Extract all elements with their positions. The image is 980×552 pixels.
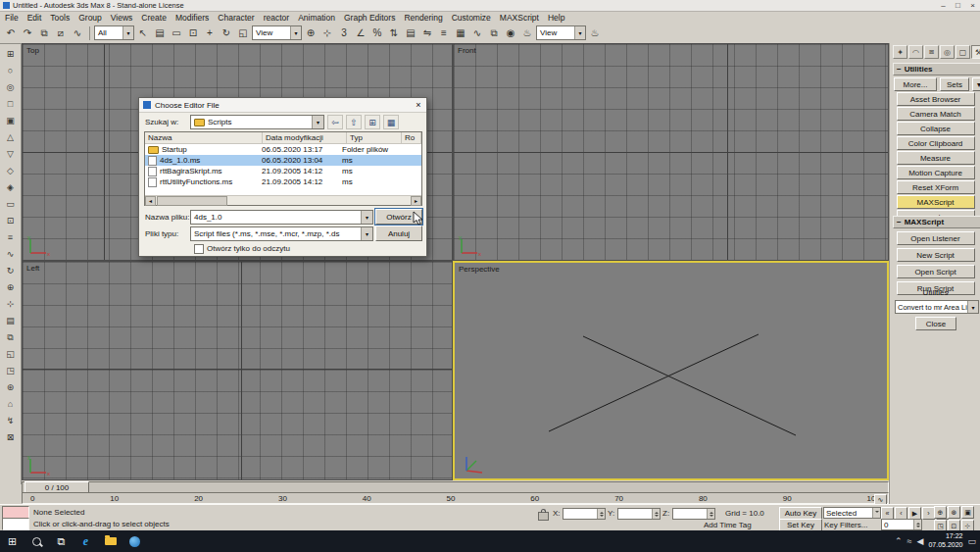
mirror-icon[interactable]: ⇋ xyxy=(419,25,435,41)
more-button[interactable]: More... xyxy=(894,77,937,91)
volume-icon[interactable]: ◀ xyxy=(917,536,924,546)
left-toolbar-icon[interactable]: ⧉ xyxy=(3,330,18,344)
select-object-icon[interactable]: ↖ xyxy=(135,25,151,41)
render-type-dropdown[interactable]: View ▾ xyxy=(536,25,586,40)
hidden-icons-chevron[interactable]: ⌃ xyxy=(895,536,903,546)
viewport-perspective[interactable]: Perspective xyxy=(453,261,889,480)
menu-modifiers[interactable]: Modifiers xyxy=(175,13,209,23)
file-name-input[interactable]: 4ds_1.0 ▾ xyxy=(190,210,373,225)
maxscript-rollout-header[interactable]: − MAXScript xyxy=(893,216,980,228)
viewport-label-perspective[interactable]: Perspective xyxy=(459,265,500,274)
scroll-left-icon[interactable]: ◂ xyxy=(145,196,156,206)
viewport-label-left[interactable]: Left xyxy=(26,264,39,273)
file-row[interactable]: Startup06.05.2020 13:17Folder plików xyxy=(145,144,421,155)
new-folder-icon[interactable]: ⊞ xyxy=(365,115,380,129)
collapse-utility-button[interactable]: Collapse xyxy=(897,122,975,135)
new-script-button[interactable]: New Script xyxy=(897,248,975,262)
utilities-rollout-header[interactable]: − Utilities xyxy=(893,63,980,75)
spinner-icon[interactable] xyxy=(597,509,605,519)
track-bar[interactable]: 0102030405060708090100 ∿ xyxy=(22,492,889,504)
scroll-right-icon[interactable]: ▸ xyxy=(411,196,421,206)
asset-browser-utility-button[interactable]: Asset Browser xyxy=(897,92,975,106)
menu-group[interactable]: Group xyxy=(78,13,102,23)
menu-reactor[interactable]: reactor xyxy=(264,13,289,23)
edge-icon[interactable]: e xyxy=(74,530,98,552)
select-and-move-icon[interactable]: + xyxy=(202,25,218,41)
use-pivot-point-center-icon[interactable]: ⊕ xyxy=(303,25,318,41)
file-type-dropdown[interactable]: Script files (*.ms, *.mse, *.mcr, *.mzp,… xyxy=(190,226,373,241)
horizontal-scrollbar[interactable]: ◂ ▸ xyxy=(145,195,421,205)
snaps-toggle-3d-icon[interactable]: 3 xyxy=(336,25,352,41)
left-toolbar-icon[interactable]: ▭ xyxy=(3,197,18,211)
left-toolbar-icon[interactable]: ↻ xyxy=(3,264,18,277)
align-icon[interactable]: ≡ xyxy=(436,25,452,41)
select-by-name-icon[interactable]: ▤ xyxy=(152,25,168,41)
zoom-extents-icon[interactable]: ▣ xyxy=(961,506,974,519)
chevron-down-icon[interactable] xyxy=(872,508,880,518)
angle-snap-toggle-icon[interactable]: ∠ xyxy=(353,25,368,41)
curve-editor-icon[interactable]: ∿ xyxy=(469,25,485,41)
chevron-down-icon[interactable]: ▾ xyxy=(967,301,978,313)
dialog-title-bar[interactable]: Choose Editor File × xyxy=(139,98,426,113)
zoom-icon[interactable]: ⊕ xyxy=(934,506,947,519)
left-toolbar-icon[interactable]: ▽ xyxy=(3,147,18,161)
sets-flyout-icon[interactable]: ▾ xyxy=(972,77,980,91)
maxscript-utilities-dropdown[interactable]: Convert to mr Area Li ▾ xyxy=(895,300,979,314)
read-only-checkbox[interactable] xyxy=(194,244,204,254)
scrollbar-thumb[interactable] xyxy=(157,196,227,206)
chevron-down-icon[interactable]: ▾ xyxy=(574,26,585,39)
menu-maxscript[interactable]: MAXScript xyxy=(500,13,539,23)
reset-xform-utility-button[interactable]: Reset XForm xyxy=(897,180,975,194)
left-toolbar-icon[interactable]: ≡ xyxy=(3,230,18,244)
bind-to-spacewarp-icon[interactable]: ∿ xyxy=(70,25,85,41)
select-and-scale-icon[interactable]: ◱ xyxy=(235,25,251,41)
left-toolbar-icon[interactable]: ⊛ xyxy=(3,380,18,394)
close-button[interactable]: × xyxy=(965,1,980,10)
left-toolbar-icon[interactable]: ◱ xyxy=(3,347,18,361)
view-menu-icon[interactable]: ▦ xyxy=(383,115,399,129)
network-icon[interactable]: ≈ xyxy=(907,536,912,546)
left-toolbar-icon[interactable]: ▤ xyxy=(3,314,18,327)
lock-selection-toggle[interactable] xyxy=(538,512,549,521)
spinner-icon[interactable] xyxy=(913,520,921,529)
look-in-dropdown[interactable]: Scripts ▾ xyxy=(190,115,324,129)
file-row[interactable]: rttBagiraSkript.ms21.09.2005 14:12ms xyxy=(145,166,421,176)
task-view-icon[interactable]: ⧉ xyxy=(49,530,74,552)
render-scene-icon[interactable]: ♨ xyxy=(519,25,535,41)
left-toolbar-icon[interactable]: □ xyxy=(3,97,18,111)
left-toolbar-icon[interactable]: ◳ xyxy=(3,364,18,377)
select-and-manipulate-icon[interactable]: ⊹ xyxy=(319,25,335,41)
up-one-level-icon[interactable]: ⇧ xyxy=(346,115,362,129)
spinner-icon[interactable] xyxy=(652,509,660,519)
left-toolbar-icon[interactable]: ⊞ xyxy=(3,47,18,61)
percent-snap-toggle-icon[interactable]: % xyxy=(369,25,385,41)
sets-button[interactable]: Sets xyxy=(940,77,969,91)
quick-render-icon[interactable]: ♨ xyxy=(587,25,603,41)
chevron-down-icon[interactable]: ▾ xyxy=(361,227,372,240)
chevron-down-icon[interactable]: ▾ xyxy=(361,211,372,224)
unlink-selection-icon[interactable]: ⧄ xyxy=(53,25,69,41)
rectangular-selection-region-icon[interactable]: ▭ xyxy=(169,25,184,41)
zoom-all-icon[interactable]: ⊛ xyxy=(948,506,960,519)
window-crossing-toggle-icon[interactable]: ⊡ xyxy=(185,25,201,41)
left-toolbar-icon[interactable]: ∿ xyxy=(3,247,18,261)
left-toolbar-icon[interactable]: ◇ xyxy=(3,164,18,177)
file-row[interactable]: rttUtilityFunctions.ms21.09.2005 14:12ms xyxy=(145,176,421,187)
search-icon[interactable] xyxy=(24,530,49,552)
tab-utilities[interactable]: ⚒ xyxy=(971,45,980,59)
menu-customize[interactable]: Customize xyxy=(452,13,491,23)
menu-tools[interactable]: Tools xyxy=(50,13,70,23)
menu-animation[interactable]: Animation xyxy=(298,13,335,23)
cancel-button[interactable]: Anuluj xyxy=(375,226,422,241)
left-toolbar-icon[interactable]: ⌂ xyxy=(3,397,18,411)
left-toolbar-icon[interactable]: ⊕ xyxy=(3,280,18,294)
viewport-label-top[interactable]: Top xyxy=(26,46,39,55)
spinner-icon[interactable] xyxy=(707,509,714,519)
edit-named-selection-sets-icon[interactable]: ▤ xyxy=(403,25,418,41)
menu-create[interactable]: Create xyxy=(141,13,167,23)
browser-icon[interactable] xyxy=(122,530,147,552)
material-editor-icon[interactable]: ◉ xyxy=(503,25,518,41)
menu-edit[interactable]: Edit xyxy=(27,13,42,23)
file-row[interactable]: 4ds_1.0.ms06.05.2020 13:04ms xyxy=(145,155,421,166)
tab-motion[interactable]: ◎ xyxy=(940,45,955,59)
